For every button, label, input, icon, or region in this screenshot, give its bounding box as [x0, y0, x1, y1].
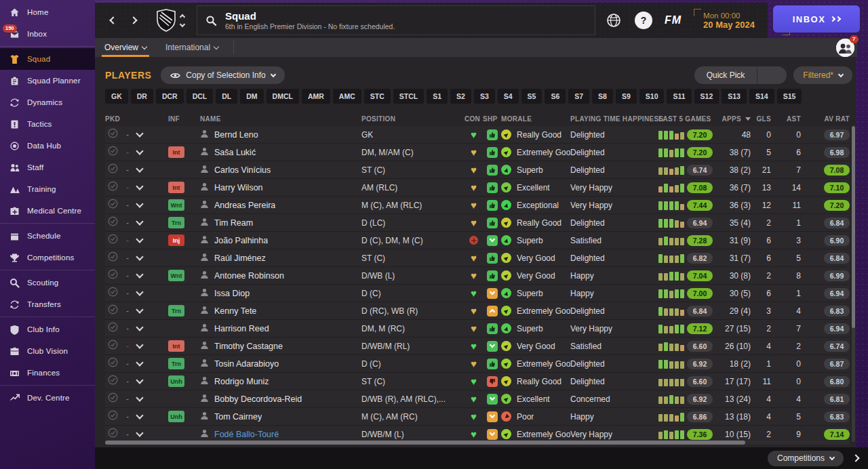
table-row[interactable]: -UnhRodrigo MunizST (C)♥Really GoodDelig…: [105, 373, 850, 390]
player-name[interactable]: Bobby Decordova-Reid: [214, 394, 302, 404]
row-expand-chevron[interactable]: [136, 253, 143, 260]
sidebar-item-squad[interactable]: Squad: [0, 48, 95, 70]
row-checkbox[interactable]: [108, 163, 118, 176]
game-date-display[interactable]: Mon 00:00 20 May 2024: [694, 9, 764, 33]
position-filter-s4[interactable]: S4: [498, 89, 519, 104]
position-filter-dcr[interactable]: DCR: [156, 89, 184, 104]
inbox-button[interactable]: INBOX: [773, 5, 860, 33]
table-row[interactable]: -Raúl JiménezST (C)♥Very GoodDelighted6.…: [105, 249, 850, 267]
vertical-scrollbar[interactable]: [852, 126, 855, 442]
position-filter-s3[interactable]: S3: [474, 89, 495, 104]
row-checkbox[interactable]: [108, 199, 118, 211]
player-name[interactable]: Tim Ream: [214, 218, 253, 228]
back-button[interactable]: [103, 10, 123, 30]
manager-avatar[interactable]: 7: [836, 39, 854, 57]
sidebar-item-finances[interactable]: Finances: [0, 362, 95, 384]
table-row[interactable]: -Fodé Ballo-TouréD/WB/M (L)♥Extremely Go…: [105, 426, 850, 442]
position-filter-dmcl[interactable]: DMCL: [267, 89, 299, 104]
position-filter-gk[interactable]: GK: [105, 89, 128, 104]
table-row[interactable]: -WntAntonee RobinsonD/WB (L)♥Very GoodHa…: [105, 267, 850, 285]
row-expand-chevron[interactable]: [136, 200, 143, 207]
row-expand-chevron[interactable]: [136, 147, 143, 155]
search-title-box[interactable]: Squad 6th in English Premier Division - …: [197, 5, 595, 35]
player-name[interactable]: Antonee Robinson: [214, 271, 284, 281]
table-row[interactable]: -TrnTosin AdarabioyoD (C)♥Extremely Good…: [105, 355, 850, 373]
table-row[interactable]: -Bobby Decordova-ReidD/WB (R), AM (RLC),…: [105, 390, 850, 408]
row-checkbox[interactable]: [108, 340, 118, 352]
row-expand-chevron[interactable]: [136, 359, 143, 366]
position-filter-s13[interactable]: S13: [722, 89, 747, 104]
info-badge-unh[interactable]: Unh: [168, 411, 184, 422]
col-header-happiness[interactable]: PLAYING TIME HAPPINESS: [570, 115, 658, 123]
player-name[interactable]: Andreas Pereira: [214, 201, 275, 210]
player-name[interactable]: Rodrigo Muniz: [214, 377, 269, 386]
sidebar-item-dev-centre[interactable]: Dev. Centre: [0, 387, 95, 409]
table-row[interactable]: -TrnTim ReamD (LC)♥Really GoodDelighted6…: [105, 214, 850, 232]
sidebar-item-transfers[interactable]: Transfers: [0, 293, 95, 315]
col-header-pkd[interactable]: PKD: [105, 115, 168, 123]
col-header-avrat[interactable]: AV RAT: [801, 115, 850, 123]
row-checkbox[interactable]: [108, 287, 118, 300]
position-filter-s2[interactable]: S2: [450, 89, 471, 104]
position-filter-dl[interactable]: DL: [216, 89, 237, 104]
player-name[interactable]: João Palhinha: [214, 236, 268, 245]
position-filter-amr[interactable]: AMR: [302, 89, 330, 104]
horizontal-scrollbar-thumb[interactable]: [105, 441, 745, 445]
row-checkbox[interactable]: [108, 128, 118, 141]
row-expand-chevron[interactable]: [136, 376, 143, 384]
position-filter-stcl[interactable]: STCL: [393, 89, 424, 104]
sidebar-item-training[interactable]: Training: [0, 178, 95, 200]
forward-button[interactable]: [123, 10, 144, 30]
player-name[interactable]: Tom Cairney: [214, 412, 262, 422]
position-filter-s14[interactable]: S14: [749, 89, 774, 104]
position-filter-s8[interactable]: S8: [592, 89, 613, 104]
selection-info-dropdown[interactable]: Copy of Selection Info: [161, 66, 284, 84]
row-checkbox[interactable]: [108, 146, 118, 159]
sidebar-item-club-info[interactable]: Club Info: [0, 319, 95, 340]
col-header-inf[interactable]: INF: [168, 115, 200, 123]
row-checkbox[interactable]: [108, 428, 118, 441]
table-row[interactable]: -Carlos ViníciusST (C)♥SuperbDelighted6.…: [105, 161, 850, 179]
player-name[interactable]: Raúl Jiménez: [214, 253, 266, 263]
row-expand-chevron[interactable]: [136, 270, 143, 278]
info-badge-trn[interactable]: Trn: [168, 305, 184, 317]
row-checkbox[interactable]: [108, 304, 118, 317]
position-filter-s11[interactable]: S11: [667, 89, 691, 104]
player-name[interactable]: Saša Lukić: [214, 148, 256, 157]
player-name[interactable]: Bernd Leno: [214, 130, 258, 140]
col-header-apps[interactable]: APPS: [715, 115, 751, 123]
info-badge-inj[interactable]: Inj: [168, 234, 184, 246]
col-header-shp[interactable]: SHP: [483, 115, 501, 123]
row-checkbox[interactable]: [108, 234, 118, 247]
position-filter-dcl[interactable]: DCL: [186, 89, 214, 104]
row-checkbox[interactable]: [108, 181, 118, 194]
player-name[interactable]: Issa Diop: [214, 289, 250, 298]
filtered-dropdown[interactable]: Filtered*: [793, 66, 852, 84]
player-name[interactable]: Fodé Ballo-Touré: [214, 430, 279, 439]
row-expand-chevron[interactable]: [136, 235, 143, 243]
col-header-last5[interactable]: LAST 5 GAMES: [658, 115, 715, 123]
position-filter-stc[interactable]: STC: [364, 89, 391, 104]
row-expand-chevron[interactable]: [136, 411, 143, 419]
player-name[interactable]: Tosin Adarabioyo: [214, 359, 279, 369]
horizontal-scrollbar[interactable]: [105, 441, 850, 445]
sidebar-item-tactics[interactable]: Tactics: [0, 113, 95, 135]
info-badge-int[interactable]: Int: [168, 340, 184, 352]
tab-overview[interactable]: Overview: [95, 38, 156, 57]
row-checkbox[interactable]: [108, 375, 118, 388]
sidebar-item-schedule[interactable]: Schedule: [0, 225, 95, 247]
row-expand-chevron[interactable]: [136, 288, 143, 295]
info-badge-int[interactable]: Int: [168, 182, 184, 193]
col-header-ast[interactable]: AST: [771, 115, 801, 123]
col-header-name[interactable]: NAME: [200, 115, 361, 123]
row-expand-chevron[interactable]: [136, 182, 143, 190]
position-filter-s6[interactable]: S6: [545, 89, 566, 104]
info-badge-trn[interactable]: Trn: [168, 217, 184, 228]
tab-international[interactable]: International: [156, 38, 228, 57]
sidebar-item-staff[interactable]: Staff: [0, 157, 95, 178]
table-row[interactable]: -IntTimothy CastagneD/WB/M (RL)♥Very Goo…: [105, 338, 850, 355]
table-row[interactable]: -WntAndreas PereiraM (C), AM (RLC)♥Excep…: [105, 197, 850, 214]
sidebar-item-squad-planner[interactable]: Squad Planner: [0, 70, 95, 91]
table-row[interactable]: -UnhTom CairneyM (C), AM (RC)♥PoorHappy6…: [105, 408, 850, 426]
row-checkbox[interactable]: [108, 269, 118, 282]
